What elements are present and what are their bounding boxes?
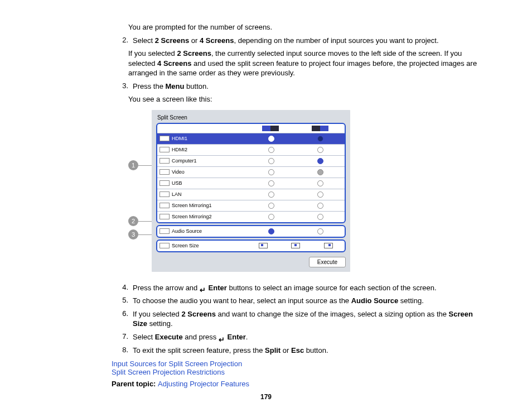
radio-icon xyxy=(268,191,274,198)
callout-1: 1 xyxy=(128,160,138,170)
t: Enter xyxy=(228,333,246,341)
enter-icon xyxy=(200,285,206,291)
callout-line xyxy=(138,234,152,235)
related-links: Input Sources for Split Screen Projectio… xyxy=(112,360,479,388)
t: Enter xyxy=(209,284,227,292)
radio-icon xyxy=(317,158,323,164)
hdmi-icon xyxy=(159,136,170,141)
step-5: 5. To choose the audio you want to hear,… xyxy=(112,296,479,306)
panel-title: Split Screen xyxy=(156,113,346,123)
step-6: 6. If you selected 2 Screens and want to… xyxy=(112,309,479,329)
link-restrictions[interactable]: Split Screen Projection Restrictions xyxy=(112,368,225,376)
size-icon xyxy=(159,243,170,248)
step-body: To exit the split screen feature, press … xyxy=(133,346,479,356)
t: and want to change the size of the image… xyxy=(216,310,449,318)
radio-icon xyxy=(268,158,274,164)
t: Select xyxy=(133,333,155,341)
step-3: 3. Press the Menu button. xyxy=(112,82,479,92)
t: or xyxy=(280,346,291,354)
table-row: LAN xyxy=(157,189,345,200)
radio-icon xyxy=(317,180,323,186)
enter-icon xyxy=(219,335,225,341)
t: If you selected xyxy=(128,49,177,58)
radio-icon xyxy=(268,228,274,234)
callout-2: 2 xyxy=(128,216,138,226)
t: Audio Source xyxy=(351,296,399,305)
t: buttons to select an image source for ea… xyxy=(227,284,437,292)
step-num: 2. xyxy=(112,36,133,46)
link-parent[interactable]: Adjusting Projector Features xyxy=(158,380,249,388)
step-num: 8. xyxy=(112,346,133,356)
t: If you selected xyxy=(133,310,181,318)
t: Split xyxy=(265,346,280,354)
t: HDMI1 xyxy=(172,136,187,141)
table-row: Screen Mirroring1 xyxy=(157,200,345,211)
t: To choose the audio you want to hear, se… xyxy=(133,296,351,305)
step-4: 4. Press the arrow and Enter buttons to … xyxy=(112,283,479,293)
t: 2 Screens xyxy=(177,49,211,58)
table-row: HDMI2 xyxy=(157,144,345,155)
t: button. xyxy=(304,346,328,354)
t: Press the xyxy=(133,82,166,90)
radio-icon xyxy=(268,180,274,186)
t: LAN xyxy=(172,191,182,197)
t: or xyxy=(189,36,200,45)
mirror-icon xyxy=(159,203,170,208)
radio-icon xyxy=(268,147,274,153)
step-num: 4. xyxy=(112,283,133,293)
radio-icon xyxy=(317,169,323,175)
t: 4 Screens xyxy=(157,59,191,68)
t: Screen Mirroring2 xyxy=(172,214,212,219)
t: . xyxy=(246,333,248,341)
radio-icon xyxy=(268,214,274,220)
radio-icon xyxy=(268,169,274,175)
t: HDMI2 xyxy=(172,147,187,152)
t: Esc xyxy=(291,346,304,354)
radio-icon xyxy=(317,203,323,209)
step-num: 3. xyxy=(112,82,133,92)
step-7: 7. Select Execute and press Enter. xyxy=(112,332,479,342)
step-body: Select 2 Screens or 4 Screens, depending… xyxy=(133,36,479,46)
callout-line xyxy=(138,165,152,166)
execute-button[interactable]: Execute xyxy=(309,257,346,267)
t: USB xyxy=(172,180,182,186)
radio-icon xyxy=(317,136,323,142)
t: Parent topic: xyxy=(112,380,158,388)
parent-topic: Parent topic: Adjusting Projector Featur… xyxy=(112,380,479,388)
t: 2 Screens xyxy=(181,310,215,318)
radio-icon xyxy=(268,136,274,142)
table-row: Computer1 xyxy=(157,155,345,166)
table-row: USB xyxy=(157,178,345,189)
step-body: Select Execute and press Enter. xyxy=(133,332,479,342)
step-body: Press the arrow and Enter buttons to sel… xyxy=(133,283,479,293)
size-opt-icon xyxy=(324,243,333,248)
t: Screen Size xyxy=(172,243,199,248)
t: Menu xyxy=(166,82,185,90)
t: , depending on the number of input sourc… xyxy=(234,36,438,45)
radio-icon xyxy=(317,147,323,153)
step-body: Press the Menu button. xyxy=(133,82,479,92)
step-3-sub: You see a screen like this: xyxy=(128,94,479,104)
table-header xyxy=(157,124,345,133)
t: and press xyxy=(183,333,219,341)
callouts: 1 2 3 xyxy=(128,110,152,255)
page-number: 179 xyxy=(0,393,532,401)
link-input-sources[interactable]: Input Sources for Split Screen Projectio… xyxy=(112,360,242,368)
step-2-sub: If you selected 2 Screens, the currently… xyxy=(128,49,479,78)
table-row: HDMI1 xyxy=(157,133,345,144)
callout-3: 3 xyxy=(128,229,138,239)
t: setting. xyxy=(398,296,424,305)
hdmi-icon xyxy=(159,147,170,152)
size-opt-icon xyxy=(259,243,268,248)
split-screen-figure: 1 2 3 Split Screen HDMI1 HDMI2 Computer1… xyxy=(128,110,479,272)
t: To exit the split screen feature, press … xyxy=(133,346,265,354)
step-num: 6. xyxy=(112,309,133,329)
size-section: Screen Size xyxy=(156,239,346,252)
callout-line xyxy=(138,221,152,222)
t: Video xyxy=(172,169,185,175)
step-body: If you selected 2 Screens and want to ch… xyxy=(133,309,479,329)
t: button. xyxy=(184,82,208,90)
t: Screen Mirroring1 xyxy=(172,203,212,208)
osd-panel: Split Screen HDMI1 HDMI2 Computer1 Video… xyxy=(152,110,350,272)
t: setting. xyxy=(147,319,173,328)
